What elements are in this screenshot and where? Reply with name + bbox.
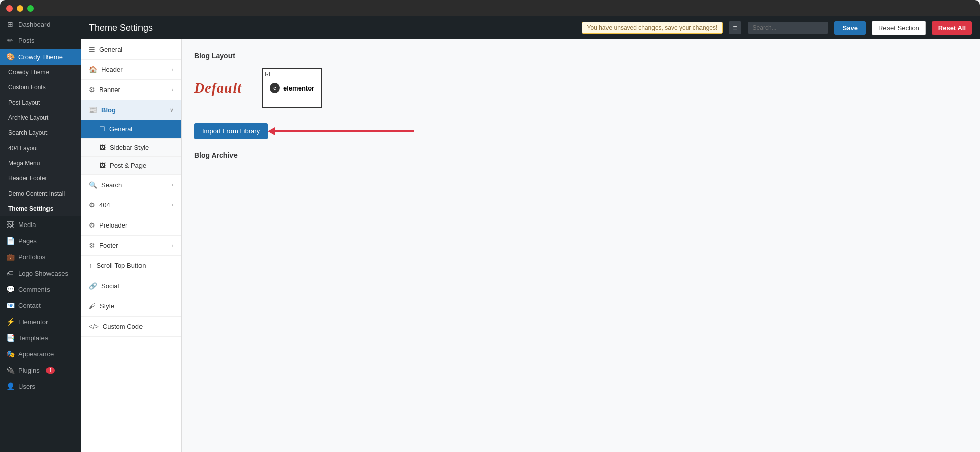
middle-item-banner[interactable]: ⚙ Banner › [81, 80, 181, 100]
reset-section-button[interactable]: Reset Section [872, 21, 926, 35]
middle-item-header[interactable]: 🏠 Header › [81, 60, 181, 80]
middle-item-style[interactable]: 🖌 Style [81, 296, 181, 317]
search-icon: 🔍 [89, 181, 97, 189]
sidebar-item-label: Appearance [18, 350, 54, 358]
close-button[interactable] [6, 5, 13, 12]
sidebar-item-plugins[interactable]: 🔌 Plugins 1 [0, 362, 81, 378]
sidebar-item-label: Contact [18, 302, 41, 309]
import-area: Import From Library [194, 123, 968, 139]
sidebar-item-dashboard[interactable]: ⊞ Dashboard [0, 16, 81, 32]
subitem-label: Header Footer [8, 175, 47, 182]
sidebar-item-portfolios[interactable]: 💼 Portfolios [0, 249, 81, 265]
preloader-icon: ⚙ [89, 221, 95, 229]
middle-item-footer[interactable]: ⚙ Footer › [81, 236, 181, 256]
sidebar-item-templates[interactable]: 📑 Templates [0, 330, 81, 346]
sidebar-item-label: Elementor [18, 318, 48, 326]
middle-subitem-label: Post & Page [110, 162, 146, 169]
sidebar-subitem-post-layout[interactable]: Post Layout [0, 95, 81, 110]
middle-item-label: Header [101, 66, 123, 73]
maximize-button[interactable] [27, 5, 34, 12]
grid-view-button[interactable]: ≡ [729, 21, 741, 34]
sidebar-subitem-404-layout[interactable]: 404 Layout [0, 141, 81, 156]
sidebar-subitem-mega-menu[interactable]: Mega Menu [0, 156, 81, 171]
subitem-label: Post Layout [8, 99, 40, 106]
chevron-right-icon: › [172, 67, 173, 72]
subitem-label: Crowdy Theme [8, 69, 49, 76]
sidebar-item-crowdy-theme[interactable]: 🎨 Crowdy Theme [0, 49, 81, 65]
middle-item-search[interactable]: 🔍 Search › [81, 175, 181, 195]
middle-item-general[interactable]: ☰ General [81, 39, 181, 60]
header-icon: 🏠 [89, 66, 97, 73]
sidebar-item-label: Users [18, 383, 35, 390]
sidebar-item-pages[interactable]: 📄 Pages [0, 233, 81, 249]
middle-item-label: Blog [101, 106, 116, 114]
main-area: Theme Settings You have unsaved changes,… [81, 16, 980, 452]
middle-subitem-label: General [109, 125, 132, 133]
middle-item-label: Banner [99, 86, 120, 94]
sidebar-subitem-archive-layout[interactable]: Archive Layout [0, 110, 81, 125]
subitem-label: Custom Fonts [8, 84, 46, 91]
subitem-label: Theme Settings [8, 205, 53, 212]
sidebar-item-media[interactable]: 🖼 Media [0, 216, 81, 233]
subitem-label: Mega Menu [8, 160, 40, 167]
import-from-library-button[interactable]: Import From Library [194, 123, 268, 139]
crowdy-theme-icon: 🎨 [6, 53, 14, 61]
subitem-label: Demo Content Install [8, 190, 65, 197]
middle-item-label: Style [100, 302, 114, 310]
minimize-button[interactable] [17, 5, 23, 12]
middle-item-blog[interactable]: 📰 Blog ∨ [81, 100, 181, 120]
default-label: Default [194, 80, 242, 96]
middle-item-social[interactable]: 🔗 Social [81, 276, 181, 296]
portfolios-icon: 💼 [6, 253, 14, 261]
sidebar-item-comments[interactable]: 💬 Comments [0, 281, 81, 297]
sidebar-subitem-demo-content[interactable]: Demo Content Install [0, 186, 81, 201]
default-layout-option[interactable]: Default [194, 80, 242, 96]
subitem-label: Archive Layout [8, 114, 48, 121]
chevron-right-icon: › [172, 243, 173, 248]
middle-item-custom-code[interactable]: </> Custom Code [81, 317, 181, 337]
logo-showcases-icon: 🏷 [6, 269, 14, 277]
elementor-logo: e elementor [270, 83, 314, 93]
sidebar-item-posts[interactable]: ✏ Posts [0, 32, 81, 49]
elementor-e-icon: e [270, 83, 280, 93]
app-container: ⊞ Dashboard ✏ Posts 🎨 Crowdy Theme Crowd… [0, 16, 980, 452]
sidebar-item-label: Plugins [18, 367, 40, 374]
middle-item-scroll-top[interactable]: ↑ Scroll Top Button [81, 256, 181, 276]
users-icon: 👤 [6, 382, 14, 390]
middle-subitem-sidebar-style[interactable]: 🖼 Sidebar Style [81, 139, 181, 157]
sidebar-item-elementor[interactable]: ⚡ Elementor [0, 313, 81, 330]
middle-subitem-blog-general[interactable]: ☐ General [81, 120, 181, 139]
scroll-top-icon: ↑ [89, 262, 92, 269]
save-button[interactable]: Save [834, 21, 866, 35]
sidebar-item-logo-showcases[interactable]: 🏷 Logo Showcases [0, 265, 81, 281]
custom-code-icon: </> [89, 323, 99, 330]
sidebar-item-label: Comments [18, 286, 50, 293]
blog-layout-area: Default ☑ e elementor [194, 68, 968, 108]
sidebar: ⊞ Dashboard ✏ Posts 🎨 Crowdy Theme Crowd… [0, 16, 81, 452]
sidebar-item-label: Media [18, 221, 36, 229]
pages-icon: 📄 [6, 237, 14, 245]
middle-subitem-label: Sidebar Style [110, 144, 149, 151]
search-input[interactable] [748, 22, 828, 34]
main-content: Blog Layout Default ☑ e elementor [182, 39, 980, 452]
middle-subitem-post-page[interactable]: 🖼 Post & Page [81, 157, 181, 175]
sidebar-item-users[interactable]: 👤 Users [0, 378, 81, 394]
unsaved-message: You have unsaved changes, save your chan… [582, 22, 723, 34]
chevron-right-icon: › [172, 202, 173, 208]
elementor-icon: ⚡ [6, 318, 14, 326]
sidebar-subitem-crowdy-theme[interactable]: Crowdy Theme [0, 65, 81, 80]
sidebar-subitem-search-layout[interactable]: Search Layout [0, 125, 81, 141]
comments-icon: 💬 [6, 285, 14, 293]
blog-layout-title: Blog Layout [194, 52, 968, 60]
middle-item-404[interactable]: ⚙ 404 › [81, 195, 181, 215]
sidebar-subitem-custom-fonts[interactable]: Custom Fonts [0, 80, 81, 95]
sidebar-subitem-header-footer[interactable]: Header Footer [0, 171, 81, 186]
sidebar-submenu: Crowdy Theme Custom Fonts Post Layout Ar… [0, 65, 81, 216]
sidebar-subitem-theme-settings[interactable]: Theme Settings [0, 201, 81, 216]
elementor-layout-option[interactable]: ☑ e elementor [262, 68, 322, 108]
middle-item-preloader[interactable]: ⚙ Preloader [81, 215, 181, 236]
reset-all-button[interactable]: Reset All [932, 21, 972, 35]
style-icon: 🖌 [89, 302, 96, 310]
sidebar-item-contact[interactable]: 📧 Contact [0, 297, 81, 313]
sidebar-item-appearance[interactable]: 🎭 Appearance [0, 346, 81, 362]
